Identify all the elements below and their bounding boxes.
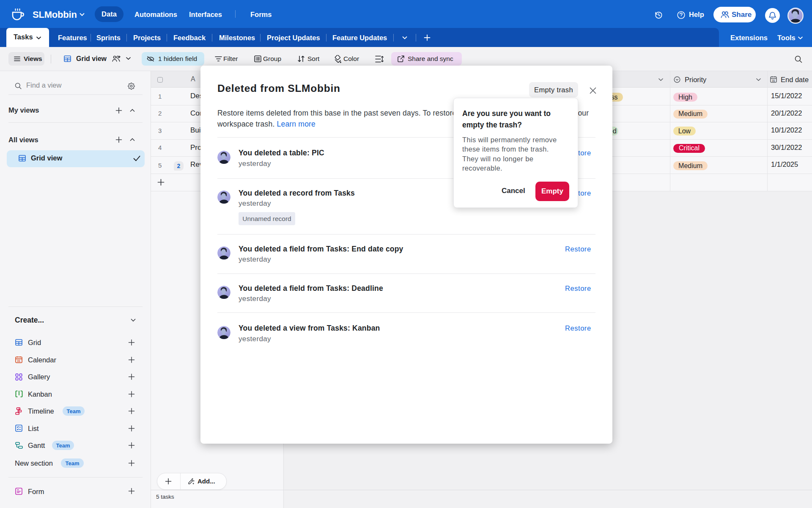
svg-text:31: 31 bbox=[772, 79, 775, 82]
svg-text:31: 31 bbox=[17, 359, 21, 362]
